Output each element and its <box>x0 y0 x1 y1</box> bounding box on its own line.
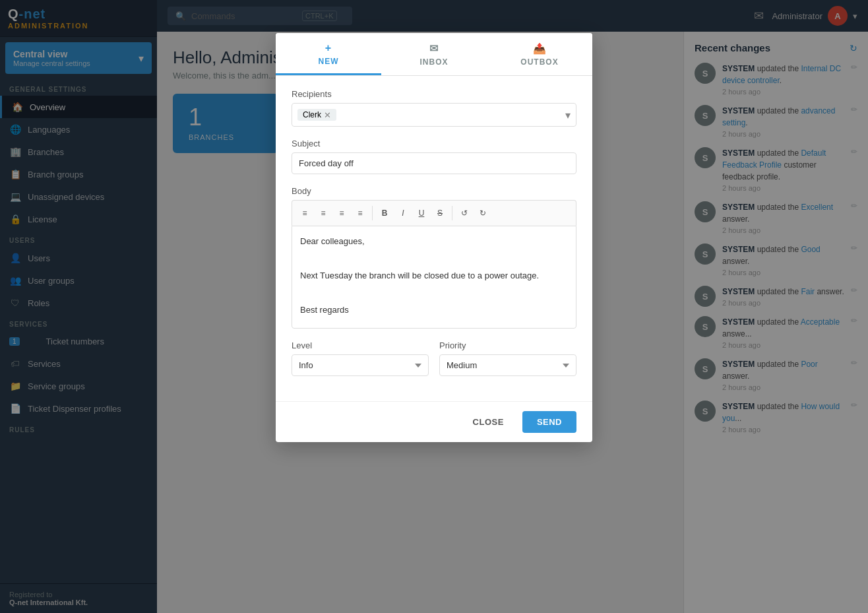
tab-inbox-label: INBOX <box>419 57 448 67</box>
modal-footer: CLOSE SEND <box>276 401 592 442</box>
tab-outbox[interactable]: 📤 OUTBOX <box>487 33 592 75</box>
italic-btn[interactable]: I <box>394 205 412 222</box>
recipients-label: Recipients <box>292 89 576 99</box>
level-priority-row: Level Info Warning Critical Priority Low… <box>292 340 576 388</box>
recipient-name: Clerk <box>303 110 321 119</box>
body-group: Body ≡ ≡ ≡ ≡ B I U S ↺ ↻ Dear colleagues… <box>292 186 576 329</box>
priority-group: Priority Low Medium High <box>439 340 576 376</box>
align-left-btn[interactable]: ≡ <box>296 205 313 222</box>
inbox-tab-icon: ✉ <box>429 42 439 55</box>
bold-btn[interactable]: B <box>376 205 393 222</box>
justify-btn[interactable]: ≡ <box>352 205 369 222</box>
redo-btn[interactable]: ↻ <box>474 205 491 222</box>
subject-group: Subject <box>292 139 576 174</box>
priority-select[interactable]: Low Medium High <box>439 354 576 376</box>
compose-modal: + NEW ✉ INBOX 📤 OUTBOX Recipients Clerk … <box>276 33 592 442</box>
priority-label: Priority <box>439 340 576 350</box>
tab-inbox[interactable]: ✉ INBOX <box>381 33 487 75</box>
send-button[interactable]: SEND <box>522 411 576 433</box>
close-button[interactable]: CLOSE <box>461 411 516 433</box>
modal-tabs: + NEW ✉ INBOX 📤 OUTBOX <box>276 33 592 76</box>
align-center-btn[interactable]: ≡ <box>315 205 332 222</box>
level-group: Level Info Warning Critical <box>292 340 429 376</box>
strikethrough-btn[interactable]: S <box>431 205 449 222</box>
new-tab-icon: + <box>325 42 332 54</box>
undo-btn[interactable]: ↺ <box>456 205 473 222</box>
modal-body: Recipients Clerk ✕ ▾ Subject Body ≡ <box>276 76 592 401</box>
tab-new-label: NEW <box>319 57 339 66</box>
tab-outbox-label: OUTBOX <box>520 57 558 67</box>
level-label: Level <box>292 340 429 350</box>
recipients-group: Recipients Clerk ✕ ▾ <box>292 89 576 127</box>
subject-input[interactable] <box>292 152 576 174</box>
recipient-tag: Clerk ✕ <box>297 109 336 121</box>
modal-overlay[interactable]: + NEW ✉ INBOX 📤 OUTBOX Recipients Clerk … <box>0 0 868 613</box>
tab-new[interactable]: + NEW <box>276 33 381 75</box>
body-editor[interactable]: Dear colleagues, Next Tuesday the branch… <box>292 226 576 329</box>
underline-btn[interactable]: U <box>413 205 430 222</box>
toolbar-separator <box>372 206 373 220</box>
recipients-dropdown-icon[interactable]: ▾ <box>565 109 571 121</box>
recipients-field[interactable]: Clerk ✕ ▾ <box>292 103 576 127</box>
recipient-remove-btn[interactable]: ✕ <box>324 111 331 119</box>
editor-toolbar: ≡ ≡ ≡ ≡ B I U S ↺ ↻ <box>292 200 576 226</box>
body-label: Body <box>292 186 576 196</box>
outbox-tab-icon: 📤 <box>533 42 547 55</box>
level-select[interactable]: Info Warning Critical <box>292 354 429 376</box>
align-right-btn[interactable]: ≡ <box>333 205 350 222</box>
toolbar-separator-2 <box>452 206 452 220</box>
subject-label: Subject <box>292 139 576 148</box>
